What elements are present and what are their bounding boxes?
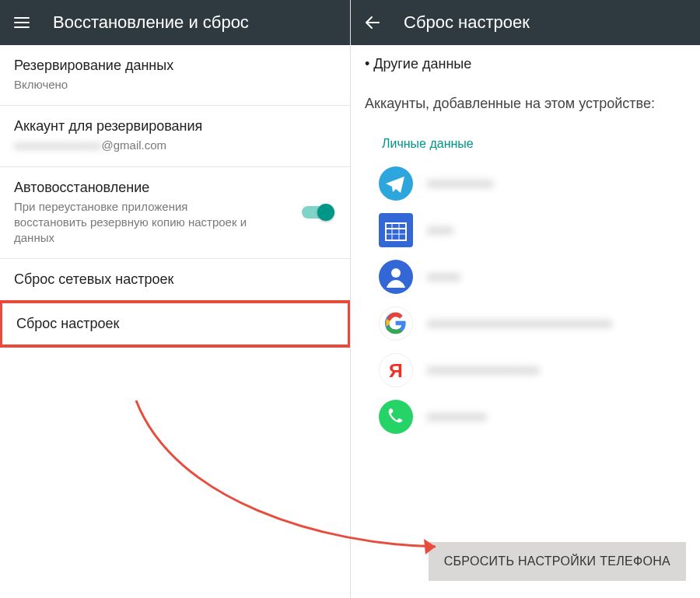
telegram-icon <box>379 166 413 201</box>
email-suffix: @gmail.com <box>102 138 167 152</box>
blurred-text: xxxxxxxxxxxxxxx <box>14 138 102 153</box>
account-calendar: xxxx <box>365 207 686 254</box>
settings-pane-right: Сброс настроек • Другие данные Аккаунты,… <box>350 0 700 598</box>
svg-point-10 <box>379 400 413 434</box>
hamburger-icon[interactable] <box>11 12 33 33</box>
item-label: Аккаунт для резервирования <box>14 118 336 135</box>
item-network-reset[interactable]: Сброс сетевых настроек <box>0 259 350 301</box>
yandex-icon: Я <box>379 353 413 387</box>
account-telegram: xxxxxxxxxx <box>365 160 686 207</box>
bullet-other-data: • Другие данные <box>365 56 686 72</box>
svg-point-8 <box>391 268 401 278</box>
account-whatsapp: xxxxxxxxx <box>365 393 686 440</box>
account-text: xxxxxxxxx <box>427 409 487 425</box>
google-icon <box>379 306 413 341</box>
item-backup-data[interactable]: Резервирование данных Включено <box>0 45 350 106</box>
svg-rect-2 <box>386 223 406 240</box>
item-label: Сброс сетевых настроек <box>14 271 336 288</box>
auto-restore-toggle[interactable] <box>302 206 333 219</box>
svg-text:Я: Я <box>389 360 403 381</box>
whatsapp-icon <box>379 400 413 434</box>
settings-pane-left: Восстановление и сброс Резервирование да… <box>0 0 350 598</box>
appbar-title-right: Сброс настроек <box>404 12 530 33</box>
item-label: Автовосстановление <box>14 180 336 196</box>
account-text: xxxxxxxxxx <box>427 176 493 191</box>
account-text: xxxxx <box>427 269 460 285</box>
contact-icon <box>379 260 413 294</box>
item-sub: xxxxxxxxxxxxxxx@gmail.com <box>14 138 263 153</box>
reset-body: • Другие данные Аккаунты, добавленные на… <box>351 45 700 440</box>
account-google: xxxxxxxxxxxxxxxxxxxxxxxxxxxx <box>365 300 686 347</box>
item-sub: Включено <box>14 77 263 93</box>
accounts-heading: Аккаунты, добавленные на этом устройстве… <box>365 94 686 114</box>
appbar-left: Восстановление и сброс <box>0 0 350 45</box>
account-yandex: Я xxxxxxxxxxxxxxxxx <box>365 347 686 393</box>
account-text: xxxxxxxxxxxxxxxxx <box>427 362 540 378</box>
section-personal-data: Личные данные <box>382 137 686 151</box>
item-factory-reset[interactable]: Сброс настроек <box>0 301 350 347</box>
back-icon[interactable] <box>362 12 383 33</box>
account-contacts: xxxxx <box>365 254 686 300</box>
account-text: xxxx <box>427 222 453 238</box>
appbar-title-left: Восстановление и сброс <box>53 12 249 33</box>
item-label: Резервирование данных <box>14 58 336 74</box>
item-backup-account[interactable]: Аккаунт для резервирования xxxxxxxxxxxxx… <box>0 106 350 166</box>
item-auto-restore[interactable]: Автовосстановление При переустановке при… <box>0 167 350 260</box>
item-label: Сброс настроек <box>16 316 334 332</box>
reset-phone-button[interactable]: СБРОСИТЬ НАСТРОЙКИ ТЕЛЕФОНА <box>429 542 686 581</box>
calendar-icon <box>379 213 413 247</box>
appbar-right: Сброс настроек <box>351 0 700 45</box>
item-sub: При переустановке приложения восстановит… <box>14 199 263 247</box>
account-text: xxxxxxxxxxxxxxxxxxxxxxxxxxxx <box>427 316 612 331</box>
